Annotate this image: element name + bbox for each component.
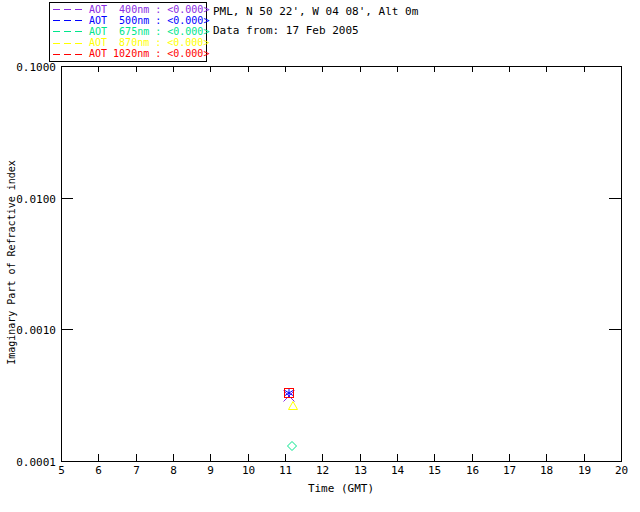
x-tick-label: 10: [242, 464, 255, 477]
y-tick-label: 0.1000: [16, 61, 56, 74]
x-tick-label: 8: [170, 464, 177, 477]
x-tick-label: 17: [503, 464, 516, 477]
y-tick-label: 0.0100: [16, 193, 56, 206]
y-tick-label: 0.0010: [16, 324, 56, 337]
y-tick-label: 0.0001: [16, 456, 56, 469]
x-tick-label: 16: [466, 464, 479, 477]
axes-box: [61, 66, 621, 461]
x-tick-label: 14: [391, 464, 405, 477]
x-tick-label: 9: [207, 464, 214, 477]
plot-area: 5678910111213141516171819200.10000.01000…: [0, 0, 640, 512]
x-tick-label: 6: [95, 464, 102, 477]
x-tick-label: 18: [540, 464, 553, 477]
x-tick-label: 12: [316, 464, 329, 477]
marker-triangle: [289, 402, 298, 410]
x-tick-label: 15: [428, 464, 441, 477]
x-axis-title: Time (GMT): [61, 482, 621, 495]
x-tick-label: 20: [615, 464, 628, 477]
plot-page: { "header": { "station_info": "PML, N 50…: [0, 0, 640, 512]
x-tick-label: 13: [354, 464, 367, 477]
x-tick-label: 19: [578, 464, 591, 477]
x-tick-label: 7: [133, 464, 140, 477]
marker-diamond: [288, 442, 297, 451]
x-tick-label: 11: [279, 464, 292, 477]
y-axis-title: Imaginary Part of Refractive index: [6, 66, 17, 460]
x-tick-label: 5: [58, 464, 65, 477]
